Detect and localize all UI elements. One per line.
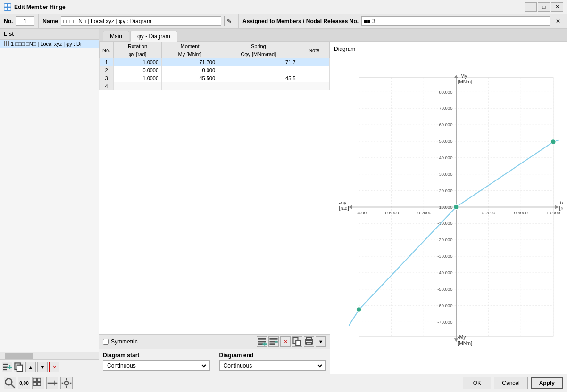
row-4-spring[interactable]	[218, 82, 299, 90]
window-title: Edit Member Hinge	[14, 4, 522, 10]
svg-rect-23	[306, 337, 311, 340]
row-3-rotation[interactable]: 1.0000	[114, 74, 162, 82]
svg-rect-15	[262, 343, 267, 345]
row-1-note[interactable]	[299, 58, 329, 66]
name-input[interactable]	[61, 16, 221, 26]
table-empty-area	[99, 90, 330, 334]
diagram-title: Diagram	[334, 46, 563, 52]
list-item[interactable]: 1 □□□ □N□ | Local xyz | φy : Di	[0, 40, 99, 48]
row-1-spring[interactable]: 71.7	[218, 58, 299, 66]
up-list-btn[interactable]: ▲	[25, 362, 36, 372]
col-rotation-header: Rotation	[114, 42, 162, 50]
measure-icon-btn[interactable]	[46, 377, 58, 389]
edit-name-button[interactable]: ✎	[224, 16, 234, 26]
apply-button[interactable]: Apply	[531, 377, 563, 389]
svg-rect-8	[7, 367, 12, 368]
settings-icon-btn[interactable]	[60, 377, 73, 389]
svg-rect-18	[269, 343, 275, 345]
row-3-spring[interactable]: 45.5	[218, 74, 299, 82]
name-label: Name	[42, 18, 58, 24]
list-buttons: ▲ ▼ ✕	[0, 360, 99, 374]
diagram-svg: +φy [rad] -φy [rad] +My [MNm] -My [MNm] …	[334, 54, 563, 370]
no-input[interactable]	[16, 16, 34, 26]
svg-point-91	[6, 379, 12, 385]
col-no-header: No.	[100, 42, 114, 58]
down-list-btn[interactable]: ▼	[37, 362, 48, 372]
footer-right-buttons: OK Cancel Apply	[463, 377, 563, 389]
close-button[interactable]: ✕	[551, 2, 563, 12]
svg-text:10.000: 10.000	[439, 204, 452, 210]
symmetric-group: Symmetric	[103, 338, 138, 345]
diagram-panel: Diagram	[330, 42, 567, 374]
svg-text:70.000: 70.000	[439, 106, 452, 111]
svg-text:40.000: 40.000	[439, 155, 452, 160]
svg-text:0.6000: 0.6000	[514, 210, 528, 215]
table-row[interactable]: 4	[100, 82, 330, 90]
diagram-start-group: Diagram start Continuous Fixed Free	[103, 352, 210, 371]
tabs-row: Main φy - Diagram	[99, 29, 567, 42]
table-row[interactable]: 2 0.0000 0.000	[100, 66, 330, 74]
row-2-spring[interactable]	[218, 66, 299, 74]
tab-main[interactable]: Main	[103, 31, 129, 41]
list-scrollbar[interactable]	[0, 352, 99, 360]
copy-list-btn[interactable]	[14, 362, 24, 372]
cancel-button[interactable]: Cancel	[494, 377, 527, 389]
svg-rect-93	[33, 378, 37, 382]
maximize-button[interactable]: □	[538, 2, 550, 12]
add-row-icon[interactable]	[257, 336, 267, 347]
svg-text:-My: -My	[458, 334, 466, 340]
diagram-end-select[interactable]: Continuous Fixed Free	[222, 362, 324, 369]
svg-rect-24	[306, 342, 311, 345]
coordinates-icon-btn[interactable]: 0,00	[18, 377, 30, 389]
no-label: No.	[4, 18, 13, 24]
svg-line-84	[349, 310, 359, 326]
print-icon[interactable]	[304, 336, 314, 347]
row-1-no: 1	[100, 58, 114, 66]
table-row[interactable]: 1 -1.0000 -71.700 71.7	[100, 58, 330, 66]
row-2-note[interactable]	[299, 66, 329, 74]
search-icon-btn[interactable]	[4, 377, 16, 389]
svg-text:-0.6000: -0.6000	[384, 210, 399, 215]
svg-rect-94	[37, 378, 41, 382]
svg-text:+My: +My	[458, 73, 467, 79]
ok-button[interactable]: OK	[463, 377, 491, 389]
list-panel: List 1 □□□ □N□ | Local xyz | φy : Di	[0, 29, 99, 374]
tab-diagram[interactable]: φy - Diagram	[130, 31, 177, 42]
svg-rect-21	[296, 340, 300, 345]
grid-icon-btn[interactable]	[32, 377, 44, 389]
row-2-moment[interactable]: 0.000	[162, 66, 218, 74]
diagram-end-label: Diagram end	[219, 352, 326, 359]
svg-text:30.000: 30.000	[439, 172, 452, 177]
diagram-canvas: +φy [rad] -φy [rad] +My [MNm] -My [MNm] …	[334, 54, 563, 370]
delete-row-icon[interactable]: ✕	[280, 336, 291, 347]
diagram-start-label: Diagram start	[103, 352, 210, 359]
symmetric-checkbox[interactable]	[103, 339, 109, 345]
svg-text:-0.2000: -0.2000	[416, 210, 431, 215]
diagram-start-select[interactable]: Continuous Fixed Free	[105, 362, 208, 369]
svg-text:-60.000: -60.000	[437, 303, 452, 308]
more-icon[interactable]: ▼	[316, 336, 326, 347]
row-1-rotation[interactable]: -1.0000	[114, 58, 162, 66]
svg-rect-0	[4, 4, 7, 6]
svg-text:[rad]: [rad]	[339, 205, 349, 211]
row-4-moment[interactable]	[162, 82, 218, 90]
row-4-note[interactable]	[299, 82, 329, 90]
data-table: No. Rotation Moment Spring Note φy [rad]…	[99, 42, 330, 90]
add-list-btn[interactable]	[2, 362, 12, 372]
svg-text:-10.000: -10.000	[437, 220, 452, 226]
row-2-rotation[interactable]: 0.0000	[114, 66, 162, 74]
insert-row-icon[interactable]	[268, 336, 279, 347]
row-3-note[interactable]	[299, 74, 329, 82]
clear-assigned-button[interactable]: ✕	[553, 16, 563, 26]
duplicate-icon[interactable]	[292, 336, 302, 347]
svg-rect-6	[3, 369, 7, 370]
table-row[interactable]: 3 1.0000 45.500 45.5	[100, 74, 330, 82]
svg-text:0.2000: 0.2000	[482, 210, 495, 215]
row-4-rotation[interactable]	[114, 82, 162, 90]
fields-row: No. Name ✎ Assigned to Members / Nodal R…	[0, 14, 567, 29]
delete-list-btn[interactable]: ✕	[49, 362, 59, 372]
row-1-moment[interactable]: -71.700	[162, 58, 218, 66]
row-3-moment[interactable]: 45.500	[162, 74, 218, 82]
minimize-button[interactable]: –	[525, 2, 537, 12]
svg-rect-12	[258, 341, 266, 343]
